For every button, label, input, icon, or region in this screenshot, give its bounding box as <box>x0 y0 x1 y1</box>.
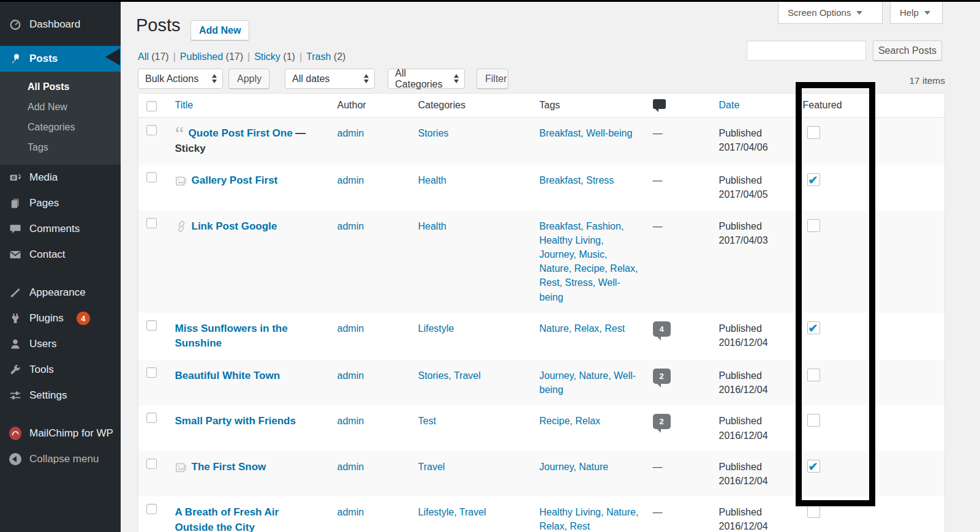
author-link[interactable]: admin <box>337 221 364 231</box>
post-title-link[interactable]: Quote Post First One <box>189 127 293 139</box>
sidebar-item-comments[interactable]: Comments <box>0 216 121 242</box>
view-count: (2) <box>334 51 346 62</box>
tag-links[interactable]: Nature, Relax, Rest <box>540 323 625 334</box>
author-link[interactable]: admin <box>337 370 364 381</box>
tag-links[interactable]: Recipe, Relax <box>540 416 601 426</box>
submenu-categories[interactable]: Categories <box>0 117 121 137</box>
bulk-actions-select[interactable]: Bulk Actions <box>138 69 223 89</box>
row-checkbox[interactable] <box>146 172 157 182</box>
gallery-post-icon <box>175 175 187 187</box>
author-link[interactable]: admin <box>337 128 364 138</box>
tag-links[interactable]: Breakfast, Well-being <box>540 128 633 138</box>
mailchimp-icon <box>9 427 21 440</box>
select-all-checkbox[interactable] <box>146 101 157 111</box>
all-categories-select[interactable]: All Categories <box>388 69 465 89</box>
featured-checkbox[interactable] <box>807 460 820 473</box>
category-links[interactable]: Stories, Travel <box>418 370 481 381</box>
row-checkbox[interactable] <box>146 218 157 228</box>
table-row: The First Snow admin Travel Journey, Nat… <box>138 451 945 496</box>
user-icon <box>9 338 21 350</box>
post-title-link[interactable]: Beautiful White Town <box>175 370 281 381</box>
category-links[interactable]: Stories <box>418 128 449 138</box>
sidebar-item-pages[interactable]: Pages <box>0 190 121 216</box>
post-title-link[interactable]: A Breath of Fresh Air Outside the City <box>175 506 279 532</box>
tag-links[interactable]: Journey, Nature, Well-being <box>540 370 636 395</box>
help-button[interactable]: Help <box>890 2 943 24</box>
category-links[interactable]: Lifestyle <box>418 323 454 334</box>
category-links[interactable]: Health <box>418 221 447 231</box>
comment-count-bubble[interactable]: 2 <box>653 369 671 384</box>
featured-checkbox[interactable] <box>807 414 820 427</box>
link-post-icon <box>175 220 187 233</box>
select-arrows-icon <box>364 74 369 83</box>
table-row: Miss Sunflowers in the Sunshine admin Li… <box>138 313 945 360</box>
tag-links[interactable]: Breakfast, Fashion, Healthy Living, Jour… <box>540 221 638 302</box>
category-links[interactable]: Health <box>418 175 447 185</box>
row-checkbox[interactable] <box>146 125 157 135</box>
sidebar-item-mailchimp[interactable]: MailChimp for WP <box>0 421 121 446</box>
add-new-button[interactable]: Add New <box>190 20 249 40</box>
plug-icon <box>9 312 21 324</box>
view-published-link[interactable]: Published <box>180 51 223 62</box>
post-date: 2016/12/04 <box>719 335 791 350</box>
chevron-down-icon <box>856 11 862 15</box>
sidebar-item-tools[interactable]: Tools <box>0 357 121 383</box>
search-input[interactable] <box>747 40 866 61</box>
author-link[interactable]: admin <box>337 175 364 185</box>
author-link[interactable]: admin <box>337 416 364 426</box>
featured-checkbox[interactable] <box>807 126 820 139</box>
screen-options-label: Screen Options <box>788 7 851 18</box>
featured-checkbox[interactable] <box>807 321 820 334</box>
post-title-link[interactable]: The First Snow <box>192 461 266 473</box>
sidebar-item-media[interactable]: Media <box>0 165 121 190</box>
all-dates-select[interactable]: All dates <box>285 69 375 89</box>
post-title-link[interactable]: Small Party with Friends <box>175 415 296 427</box>
sidebar-item-appearance[interactable]: Appearance <box>0 280 121 305</box>
featured-checkbox[interactable] <box>807 369 820 381</box>
category-links[interactable]: Test <box>418 416 436 426</box>
comments-column-icon <box>653 99 666 109</box>
tag-links[interactable]: Healthy Living, Nature, Relax, Rest <box>540 507 639 531</box>
author-link[interactable]: admin <box>337 323 364 334</box>
submenu-tags[interactable]: Tags <box>0 137 121 157</box>
tag-links[interactable]: Journey, Nature <box>540 462 609 472</box>
featured-checkbox[interactable] <box>807 505 820 518</box>
row-checkbox[interactable] <box>146 504 157 514</box>
sort-by-date-link[interactable]: Date <box>719 100 740 110</box>
sort-by-title-link[interactable]: Title <box>175 100 194 110</box>
view-sticky-link[interactable]: Sticky <box>254 51 281 62</box>
post-title-link[interactable]: Gallery Post First <box>192 174 278 186</box>
sidebar-item-collapse-menu[interactable]: Collapse menu <box>0 446 121 472</box>
category-links[interactable]: Travel <box>418 462 445 472</box>
post-title-link[interactable]: Link Post Google <box>192 220 277 232</box>
view-trash-link[interactable]: Trash <box>306 51 331 62</box>
sidebar-item-contact[interactable]: Contact <box>0 242 121 268</box>
featured-checkbox[interactable] <box>807 173 820 186</box>
sidebar-item-settings[interactable]: Settings <box>0 383 121 408</box>
submenu-all-posts[interactable]: All Posts <box>0 77 121 97</box>
author-link[interactable]: admin <box>337 507 364 517</box>
comment-count-bubble[interactable]: 2 <box>653 414 671 429</box>
category-links[interactable]: Lifestyle, Travel <box>418 507 486 517</box>
sidebar-item-posts[interactable]: Posts <box>0 46 121 72</box>
post-title-link[interactable]: Miss Sunflowers in the Sunshine <box>175 323 288 350</box>
filter-button[interactable]: Filter <box>477 69 508 89</box>
row-checkbox[interactable] <box>146 367 157 378</box>
row-checkbox[interactable] <box>146 459 157 469</box>
submenu-add-new[interactable]: Add New <box>0 97 121 117</box>
all-categories-value: All Categories <box>395 68 448 90</box>
sidebar-item-dashboard[interactable]: Dashboard <box>0 12 121 37</box>
row-checkbox[interactable] <box>146 320 157 331</box>
sidebar-item-plugins[interactable]: Plugins 4 <box>0 305 121 331</box>
tag-links[interactable]: Breakfast, Stress <box>540 175 614 185</box>
comment-count-bubble[interactable]: 4 <box>653 321 671 337</box>
apply-button[interactable]: Apply <box>228 69 270 89</box>
screen-options-button[interactable]: Screen Options <box>778 2 883 24</box>
author-link[interactable]: admin <box>337 462 364 472</box>
row-checkbox[interactable] <box>146 413 157 423</box>
featured-checkbox[interactable] <box>807 219 820 232</box>
sidebar-item-users[interactable]: Users <box>0 331 121 357</box>
search-posts-button[interactable]: Search Posts <box>873 40 942 61</box>
collapse-icon <box>9 453 21 465</box>
view-all-link[interactable]: All <box>138 51 149 62</box>
